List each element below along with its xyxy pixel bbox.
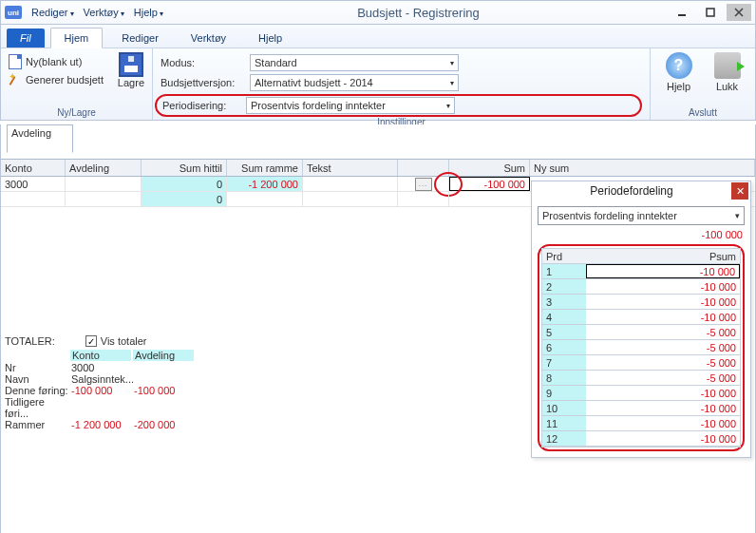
navn-konto: Salgsinntek... bbox=[69, 373, 132, 385]
cell-sumhittil: 0 bbox=[142, 192, 227, 206]
titlebar-menu-verktoy[interactable]: Verktøy bbox=[80, 5, 128, 20]
period-cell-prd: 6 bbox=[542, 340, 586, 354]
col-sumramme[interactable]: Sum ramme bbox=[227, 160, 303, 176]
period-cell-psum[interactable]: -10 000 bbox=[586, 279, 740, 294]
periodisering-value: Prosentvis fordeling inntekter bbox=[251, 100, 386, 111]
col-tekst[interactable]: Tekst bbox=[303, 160, 398, 176]
period-row[interactable]: 11-10 000 bbox=[542, 416, 740, 431]
ribbon-tab-hjelp[interactable]: Hjelp bbox=[245, 29, 295, 48]
period-row[interactable]: 4-10 000 bbox=[542, 310, 740, 325]
generer-label: Generer budsjett bbox=[26, 74, 104, 86]
col-nysum[interactable]: Ny sum bbox=[530, 160, 755, 176]
hjelp-label: Hjelp bbox=[667, 81, 690, 92]
versjon-value: Alternativt budsjett - 2014 bbox=[255, 77, 373, 88]
hjelp-button[interactable]: ? Hjelp bbox=[658, 52, 699, 92]
cell-konto[interactable]: 3000 bbox=[1, 177, 66, 191]
close-button[interactable] bbox=[727, 4, 751, 21]
ribbon-tab-rediger[interactable]: Rediger bbox=[108, 29, 172, 48]
period-row[interactable]: 10-10 000 bbox=[542, 401, 740, 416]
titlebar-menu-rediger[interactable]: Rediger bbox=[28, 5, 78, 20]
period-cell-prd: 10 bbox=[542, 401, 586, 415]
col-sum[interactable]: Sum bbox=[449, 160, 530, 176]
period-cell-psum[interactable]: -10 000 bbox=[586, 264, 740, 278]
modus-dropdown[interactable]: Standard ▾ bbox=[250, 54, 459, 71]
cell-open-period bbox=[398, 192, 449, 206]
minimize-button[interactable] bbox=[670, 4, 694, 21]
period-row[interactable]: 1-10 000 bbox=[542, 264, 740, 279]
ribbon-group-innstillinger: Modus: Standard ▾ Budsjettversjon: Alter… bbox=[153, 48, 651, 120]
nr-label: Nr bbox=[5, 362, 69, 373]
app-icon: uni bbox=[5, 6, 22, 19]
period-row[interactable]: 3-10 000 bbox=[542, 295, 740, 310]
period-row[interactable]: 2-10 000 bbox=[542, 279, 740, 295]
period-cell-psum[interactable]: -5 000 bbox=[586, 340, 740, 354]
period-col-psum: Psum bbox=[586, 249, 740, 263]
cell-konto[interactable] bbox=[1, 192, 66, 206]
maximize-button[interactable] bbox=[698, 4, 723, 21]
period-cell-psum[interactable]: -10 000 bbox=[586, 295, 740, 309]
period-cell-psum[interactable]: -10 000 bbox=[586, 431, 740, 446]
versjon-dropdown[interactable]: Alternativt budsjett - 2014 ▾ bbox=[250, 74, 459, 91]
ellipsis-button[interactable]: ... bbox=[415, 178, 432, 191]
period-cell-psum[interactable]: -5 000 bbox=[586, 355, 740, 370]
totals-col-avdeling: Avdeling bbox=[132, 349, 195, 362]
titlebar-menu-hjelp[interactable]: Hjelp bbox=[130, 5, 167, 20]
period-close-button[interactable]: ✕ bbox=[731, 182, 748, 200]
group-label-avslutt: Avslutt bbox=[658, 107, 747, 118]
lukk-button[interactable]: Lukk bbox=[707, 52, 747, 92]
modus-value: Standard bbox=[255, 57, 297, 68]
titlebar-menu: Rediger Verktøy Hjelp bbox=[28, 5, 167, 20]
col-sumhittil[interactable]: Sum hittil bbox=[142, 160, 227, 176]
period-row[interactable]: 7-5 000 bbox=[542, 355, 740, 371]
lagre-button[interactable]: Lagre bbox=[118, 52, 144, 88]
ny-blank-button[interactable]: Ny(blank ut) bbox=[9, 54, 104, 69]
period-col-prd: Prd bbox=[542, 249, 586, 263]
cell-sum[interactable]: -100 000 bbox=[449, 177, 530, 191]
col-avdeling[interactable]: Avdeling bbox=[66, 160, 142, 176]
ribbon-tab-verktoy[interactable]: Verktøy bbox=[178, 29, 239, 48]
period-title: Periodefordeling bbox=[532, 184, 731, 198]
period-cell-psum[interactable]: -10 000 bbox=[586, 310, 740, 324]
document-icon bbox=[9, 54, 22, 69]
period-cell-prd: 4 bbox=[542, 310, 586, 324]
group-label-nylagre: Ny/Lagre bbox=[9, 107, 144, 118]
cell-tekst[interactable] bbox=[303, 192, 398, 206]
period-cell-psum[interactable]: -5 000 bbox=[586, 371, 740, 385]
period-row[interactable]: 9-10 000 bbox=[542, 386, 740, 401]
cell-avdeling[interactable] bbox=[66, 177, 142, 191]
period-total: -100 000 bbox=[532, 227, 750, 242]
period-cell-psum[interactable]: -5 000 bbox=[586, 325, 740, 339]
ribbon-tab-hjem[interactable]: Hjem bbox=[50, 28, 104, 48]
period-cell-psum[interactable]: -10 000 bbox=[586, 416, 740, 430]
vis-totaler-checkbox[interactable]: ✓ bbox=[85, 335, 97, 347]
period-row[interactable]: 5-5 000 bbox=[542, 325, 740, 340]
ny-blank-label: Ny(blank ut) bbox=[26, 56, 82, 67]
period-row[interactable]: 6-5 000 bbox=[542, 340, 740, 355]
ribbon-tabs: Fil Hjem Rediger Verktøy Hjelp bbox=[1, 25, 755, 48]
period-cell-psum[interactable]: -10 000 bbox=[586, 386, 740, 400]
totals-col-konto: Konto bbox=[69, 349, 132, 362]
period-cell-prd: 9 bbox=[542, 386, 586, 400]
caret-down-icon: ▾ bbox=[450, 79, 454, 87]
period-cell-prd: 5 bbox=[542, 325, 586, 339]
nr-konto: 3000 bbox=[69, 362, 132, 373]
generer-budsjett-button[interactable]: Generer budsjett bbox=[9, 73, 104, 86]
versjon-label: Budsjettversjon: bbox=[161, 77, 246, 88]
cell-avdeling[interactable] bbox=[66, 192, 142, 206]
avdeling-tab[interactable]: Avdeling bbox=[7, 124, 73, 153]
exit-icon bbox=[714, 52, 741, 79]
totals-title: TOTALER: bbox=[5, 335, 55, 347]
cell-open-period: ... bbox=[398, 177, 449, 191]
period-drop-value: Prosentvis fordeling inntekter bbox=[542, 210, 677, 221]
ribbon-group-avslutt: ? Hjelp Lukk Avslutt bbox=[651, 48, 755, 120]
ribbon-tab-fil[interactable]: Fil bbox=[7, 29, 45, 48]
period-dropdown[interactable]: Prosentvis fordeling inntekter ▾ bbox=[538, 206, 745, 225]
period-cell-psum[interactable]: -10 000 bbox=[586, 401, 740, 415]
periodisering-dropdown[interactable]: Prosentvis fordeling inntekter ▾ bbox=[246, 97, 455, 114]
period-row[interactable]: 12-10 000 bbox=[542, 431, 740, 447]
vis-totaler-label: Vis totaler bbox=[101, 335, 147, 347]
cell-tekst[interactable] bbox=[303, 177, 398, 191]
period-row[interactable]: 8-5 000 bbox=[542, 371, 740, 386]
col-konto[interactable]: Konto bbox=[1, 160, 66, 176]
content-area: Avdeling Konto Avdeling Sum hittil Sum r… bbox=[0, 124, 756, 533]
